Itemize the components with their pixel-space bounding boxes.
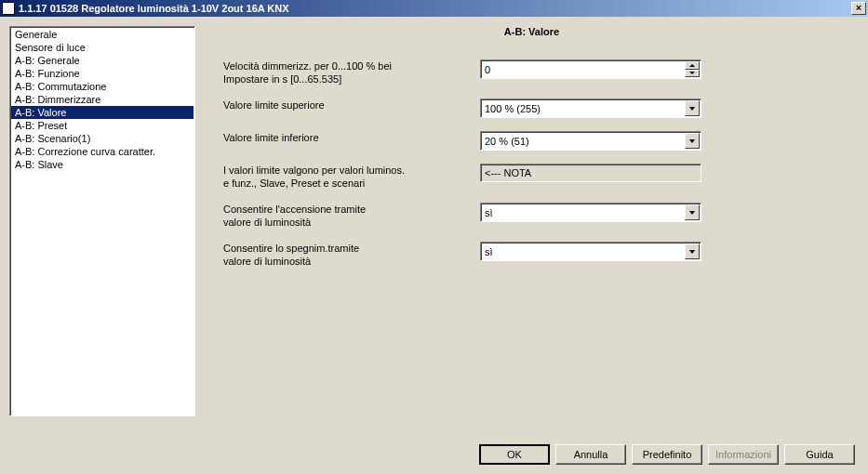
lower-limit-select[interactable]: 20 % (51) (480, 131, 701, 151)
help-button[interactable]: Guida (784, 444, 855, 465)
client-area: Generale Sensore di luce A-B: Generale A… (0, 17, 868, 474)
sidebar-item-ab-funzione[interactable]: A-B: Funzione (11, 67, 194, 80)
param-row: Consentire lo spegnim.tramite valore di … (223, 242, 840, 268)
param-row: Velocità dimmerizz. per 0...100 % bei Im… (223, 59, 840, 86)
sidebar-item-ab-commutazione[interactable]: A-B: Commutazione (11, 80, 194, 93)
spin-down-icon[interactable] (685, 70, 700, 78)
window-title: 1.1.17 01528 Regolatore luminosità 1-10V… (19, 3, 851, 14)
param-label: Consentire l'accensione tramite valore d… (223, 203, 480, 229)
param-label: Consentire lo spegnim.tramite valore di … (223, 242, 480, 268)
param-row: I valori limite valgono per valori lumin… (223, 164, 840, 190)
chevron-down-icon[interactable] (685, 100, 700, 116)
spinner-value: 0 (485, 64, 490, 75)
param-row: Valore limite inferiore 20 % (51) (223, 131, 840, 151)
titlebar: 1.1.17 01528 Regolatore luminosità 1-10V… (0, 0, 868, 17)
cancel-button[interactable]: Annulla (555, 444, 626, 465)
spin-up-icon[interactable] (685, 61, 700, 70)
sidebar-item-ab-correzione[interactable]: A-B: Correzione curva caratter. (11, 145, 194, 158)
ok-button[interactable]: OK (479, 444, 550, 465)
select-value: 100 % (255) (485, 103, 541, 114)
close-button[interactable]: × (851, 2, 866, 15)
param-row: Consentire l'accensione tramite valore d… (223, 203, 840, 229)
main-panel: A-B: Valore Velocità dimmerizz. per 0...… (205, 26, 859, 416)
param-label: I valori limite valgono per valori lumin… (223, 164, 480, 190)
note-field: <--- NOTA (480, 164, 701, 182)
panel: Generale Sensore di luce A-B: Generale A… (9, 26, 859, 465)
sidebar-item-generale[interactable]: Generale (11, 28, 194, 41)
param-label: Valore limite inferiore (223, 131, 480, 144)
allow-on-select[interactable]: sì (480, 203, 701, 222)
sidebar-item-ab-valore[interactable]: A-B: Valore (11, 106, 194, 119)
allow-off-select[interactable]: sì (480, 242, 701, 261)
sidebar-item-sensore[interactable]: Sensore di luce (11, 41, 194, 54)
speed-spinner[interactable]: 0 (480, 59, 701, 79)
sidebar-item-ab-slave[interactable]: A-B: Slave (11, 158, 194, 171)
param-label: Valore limite superiore (223, 99, 480, 112)
select-value: sì (485, 246, 493, 257)
param-label: Velocità dimmerizz. per 0...100 % bei Im… (223, 59, 480, 86)
page-title: A-B: Valore (223, 26, 840, 37)
select-value: sì (485, 207, 493, 218)
default-button[interactable]: Predefinito (632, 444, 702, 465)
content-row: Generale Sensore di luce A-B: Generale A… (9, 26, 859, 437)
param-row: Valore limite superiore 100 % (255) (223, 99, 840, 118)
sidebar-item-ab-generale[interactable]: A-B: Generale (11, 54, 194, 67)
select-value: 20 % (51) (485, 136, 529, 147)
sidebar: Generale Sensore di luce A-B: Generale A… (9, 26, 195, 416)
upper-limit-select[interactable]: 100 % (255) (480, 99, 701, 118)
button-row: OK Annulla Predefinito Informazioni Guid… (9, 437, 859, 465)
sidebar-item-ab-dimmerizzare[interactable]: A-B: Dimmerizzare (11, 93, 194, 106)
chevron-down-icon[interactable] (685, 204, 700, 220)
sidebar-item-ab-preset[interactable]: A-B: Preset (11, 119, 194, 132)
sidebar-item-ab-scenario[interactable]: A-B: Scenario(1) (11, 132, 194, 145)
chevron-down-icon[interactable] (685, 133, 700, 149)
info-button: Informazioni (708, 444, 779, 465)
chevron-down-icon[interactable] (685, 244, 700, 259)
app-icon (2, 2, 15, 15)
